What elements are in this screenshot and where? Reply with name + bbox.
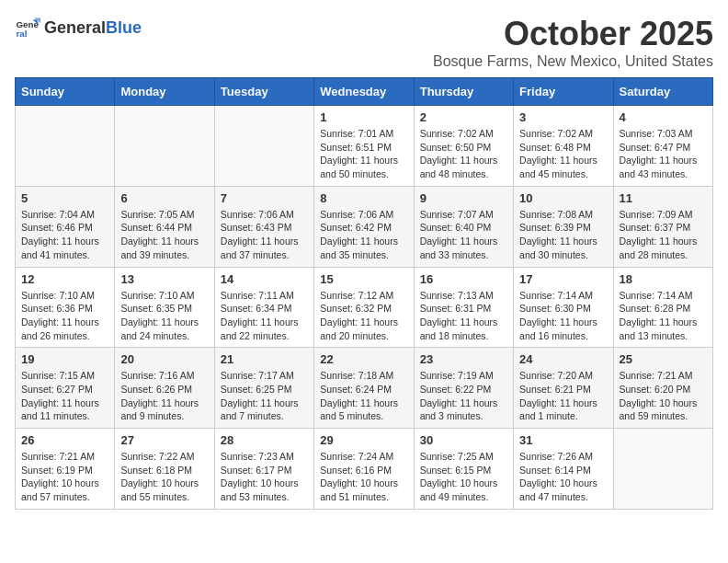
table-row: 6Sunrise: 7:05 AM Sunset: 6:44 PM Daylig…: [115, 186, 214, 267]
col-saturday: Saturday: [613, 78, 712, 106]
day-number: 7: [221, 191, 308, 205]
day-number: 2: [420, 110, 507, 124]
table-row: 24Sunrise: 7:20 AM Sunset: 6:21 PM Dayli…: [514, 348, 613, 429]
day-info: Sunrise: 7:21 AM Sunset: 6:19 PM Dayligh…: [21, 450, 108, 504]
logo: Gene ral GeneralBlue: [15, 15, 142, 40]
location-title: Bosque Farms, New Mexico, United States: [433, 53, 713, 70]
day-number: 21: [221, 352, 308, 366]
day-number: 24: [519, 352, 607, 366]
day-number: 18: [620, 272, 707, 286]
day-info: Sunrise: 7:02 AM Sunset: 6:50 PM Dayligh…: [420, 127, 507, 181]
calendar-week-row: 26Sunrise: 7:21 AM Sunset: 6:19 PM Dayli…: [16, 429, 713, 510]
day-info: Sunrise: 7:01 AM Sunset: 6:51 PM Dayligh…: [320, 127, 407, 181]
day-info: Sunrise: 7:03 AM Sunset: 6:47 PM Dayligh…: [620, 127, 707, 181]
day-number: 4: [620, 110, 707, 124]
table-row: [214, 106, 313, 187]
table-row: 13Sunrise: 7:10 AM Sunset: 6:35 PM Dayli…: [115, 267, 214, 348]
day-info: Sunrise: 7:09 AM Sunset: 6:37 PM Dayligh…: [620, 208, 707, 262]
day-info: Sunrise: 7:17 AM Sunset: 6:25 PM Dayligh…: [221, 369, 308, 423]
table-row: 20Sunrise: 7:16 AM Sunset: 6:26 PM Dayli…: [115, 348, 214, 429]
day-info: Sunrise: 7:06 AM Sunset: 6:43 PM Dayligh…: [221, 208, 308, 262]
table-row: 10Sunrise: 7:08 AM Sunset: 6:39 PM Dayli…: [514, 186, 613, 267]
col-thursday: Thursday: [414, 78, 513, 106]
day-number: 28: [221, 433, 308, 447]
day-number: 31: [519, 433, 607, 447]
day-info: Sunrise: 7:02 AM Sunset: 6:48 PM Dayligh…: [519, 127, 607, 181]
day-info: Sunrise: 7:20 AM Sunset: 6:21 PM Dayligh…: [519, 369, 607, 423]
day-info: Sunrise: 7:08 AM Sunset: 6:39 PM Dayligh…: [519, 208, 607, 262]
day-info: Sunrise: 7:12 AM Sunset: 6:32 PM Dayligh…: [320, 289, 407, 343]
table-row: 14Sunrise: 7:11 AM Sunset: 6:34 PM Dayli…: [214, 267, 313, 348]
day-info: Sunrise: 7:04 AM Sunset: 6:46 PM Dayligh…: [21, 208, 108, 262]
day-info: Sunrise: 7:11 AM Sunset: 6:34 PM Dayligh…: [221, 289, 308, 343]
day-info: Sunrise: 7:10 AM Sunset: 6:36 PM Dayligh…: [21, 289, 108, 343]
day-info: Sunrise: 7:24 AM Sunset: 6:16 PM Dayligh…: [320, 450, 407, 504]
table-row: 12Sunrise: 7:10 AM Sunset: 6:36 PM Dayli…: [16, 267, 115, 348]
day-number: 11: [620, 191, 707, 205]
day-info: Sunrise: 7:19 AM Sunset: 6:22 PM Dayligh…: [420, 369, 507, 423]
table-row: 17Sunrise: 7:14 AM Sunset: 6:30 PM Dayli…: [514, 267, 613, 348]
table-row: 26Sunrise: 7:21 AM Sunset: 6:19 PM Dayli…: [16, 429, 115, 510]
table-row: 27Sunrise: 7:22 AM Sunset: 6:18 PM Dayli…: [115, 429, 214, 510]
table-row: 28Sunrise: 7:23 AM Sunset: 6:17 PM Dayli…: [214, 429, 313, 510]
table-row: 16Sunrise: 7:13 AM Sunset: 6:31 PM Dayli…: [414, 267, 513, 348]
day-info: Sunrise: 7:21 AM Sunset: 6:20 PM Dayligh…: [620, 369, 707, 423]
table-row: 19Sunrise: 7:15 AM Sunset: 6:27 PM Dayli…: [16, 348, 115, 429]
day-info: Sunrise: 7:14 AM Sunset: 6:30 PM Dayligh…: [519, 289, 607, 343]
logo-text: GeneralBlue: [44, 18, 142, 38]
col-tuesday: Tuesday: [214, 78, 313, 106]
day-number: 20: [120, 352, 208, 366]
day-info: Sunrise: 7:26 AM Sunset: 6:14 PM Dayligh…: [519, 450, 607, 504]
day-info: Sunrise: 7:05 AM Sunset: 6:44 PM Dayligh…: [120, 208, 208, 262]
day-info: Sunrise: 7:15 AM Sunset: 6:27 PM Dayligh…: [21, 369, 108, 423]
table-row: 15Sunrise: 7:12 AM Sunset: 6:32 PM Dayli…: [314, 267, 414, 348]
table-row: [613, 429, 712, 510]
day-info: Sunrise: 7:10 AM Sunset: 6:35 PM Dayligh…: [120, 289, 208, 343]
calendar-week-row: 12Sunrise: 7:10 AM Sunset: 6:36 PM Dayli…: [16, 267, 713, 348]
col-sunday: Sunday: [16, 78, 115, 106]
table-row: 11Sunrise: 7:09 AM Sunset: 6:37 PM Dayli…: [613, 186, 712, 267]
logo-general: General: [44, 18, 106, 38]
day-number: 15: [320, 272, 407, 286]
day-number: 22: [320, 352, 407, 366]
table-row: 25Sunrise: 7:21 AM Sunset: 6:20 PM Dayli…: [613, 348, 712, 429]
day-info: Sunrise: 7:07 AM Sunset: 6:40 PM Dayligh…: [420, 208, 507, 262]
table-row: 23Sunrise: 7:19 AM Sunset: 6:22 PM Dayli…: [414, 348, 513, 429]
day-number: 23: [420, 352, 507, 366]
calendar-week-row: 1Sunrise: 7:01 AM Sunset: 6:51 PM Daylig…: [16, 106, 713, 187]
day-info: Sunrise: 7:18 AM Sunset: 6:24 PM Dayligh…: [320, 369, 407, 423]
day-info: Sunrise: 7:06 AM Sunset: 6:42 PM Dayligh…: [320, 208, 407, 262]
day-info: Sunrise: 7:14 AM Sunset: 6:28 PM Dayligh…: [620, 289, 707, 343]
day-info: Sunrise: 7:13 AM Sunset: 6:31 PM Dayligh…: [420, 289, 507, 343]
calendar-table: Sunday Monday Tuesday Wednesday Thursday…: [15, 77, 713, 510]
table-row: 1Sunrise: 7:01 AM Sunset: 6:51 PM Daylig…: [314, 106, 414, 187]
table-row: 29Sunrise: 7:24 AM Sunset: 6:16 PM Dayli…: [314, 429, 414, 510]
table-row: 18Sunrise: 7:14 AM Sunset: 6:28 PM Dayli…: [613, 267, 712, 348]
day-number: 16: [420, 272, 507, 286]
day-number: 14: [221, 272, 308, 286]
col-monday: Monday: [115, 78, 214, 106]
table-row: 31Sunrise: 7:26 AM Sunset: 6:14 PM Dayli…: [514, 429, 613, 510]
table-row: [16, 106, 115, 187]
page-header: Gene ral GeneralBlue October 2025 Bosque…: [15, 15, 713, 70]
day-number: 13: [120, 272, 208, 286]
calendar-week-row: 19Sunrise: 7:15 AM Sunset: 6:27 PM Dayli…: [16, 348, 713, 429]
day-number: 5: [21, 191, 108, 205]
table-row: [115, 106, 214, 187]
col-wednesday: Wednesday: [314, 78, 414, 106]
calendar-week-row: 5Sunrise: 7:04 AM Sunset: 6:46 PM Daylig…: [16, 186, 713, 267]
day-number: 30: [420, 433, 507, 447]
day-number: 6: [120, 191, 208, 205]
day-number: 12: [21, 272, 108, 286]
day-number: 9: [420, 191, 507, 205]
day-number: 3: [519, 110, 607, 124]
table-row: 4Sunrise: 7:03 AM Sunset: 6:47 PM Daylig…: [613, 106, 712, 187]
table-row: 30Sunrise: 7:25 AM Sunset: 6:15 PM Dayli…: [414, 429, 513, 510]
table-row: 8Sunrise: 7:06 AM Sunset: 6:42 PM Daylig…: [314, 186, 414, 267]
title-area: October 2025 Bosque Farms, New Mexico, U…: [433, 15, 713, 70]
day-number: 17: [519, 272, 607, 286]
table-row: 7Sunrise: 7:06 AM Sunset: 6:43 PM Daylig…: [214, 186, 313, 267]
day-info: Sunrise: 7:23 AM Sunset: 6:17 PM Dayligh…: [221, 450, 308, 504]
col-friday: Friday: [514, 78, 613, 106]
table-row: 5Sunrise: 7:04 AM Sunset: 6:46 PM Daylig…: [16, 186, 115, 267]
